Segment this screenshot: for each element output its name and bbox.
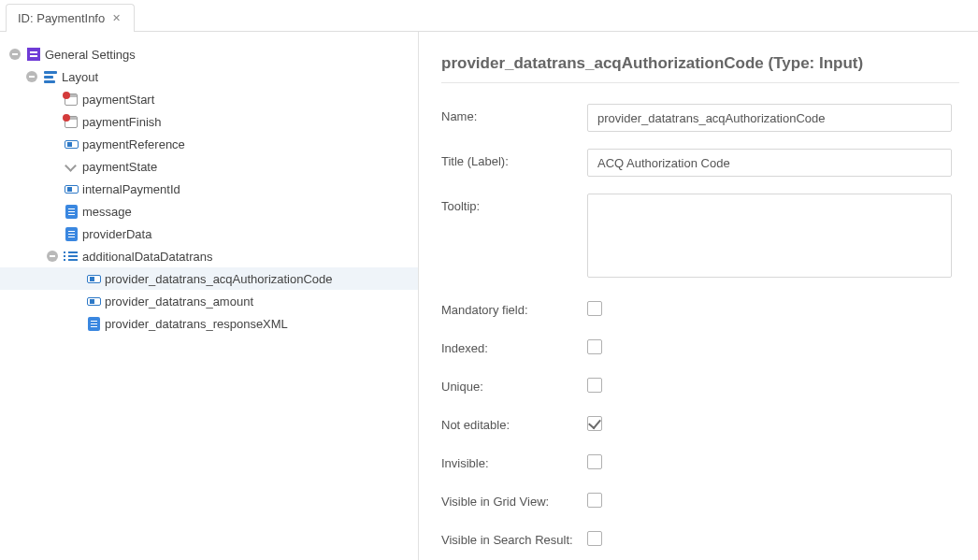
tree-label: message	[82, 205, 132, 219]
label-visible-grid: Visible in Grid View:	[441, 489, 587, 509]
tree-item[interactable]: paymentStart	[0, 88, 418, 110]
label-indexed: Indexed:	[441, 336, 587, 355]
tree-label: provider_datatrans_responseXML	[105, 317, 288, 331]
title-field[interactable]	[587, 149, 952, 177]
page-title: provider_datatrans_acqAuthorizationCode …	[441, 54, 959, 83]
tree-label: General Settings	[45, 48, 136, 62]
label-tooltip: Tooltip:	[441, 194, 587, 213]
settings-icon	[26, 47, 41, 62]
tree-label: additionalDataDatatrans	[82, 250, 212, 264]
collapse-icon[interactable]	[7, 47, 22, 62]
visible-grid-checkbox[interactable]	[587, 493, 602, 508]
text-icon	[86, 316, 101, 331]
tree-label: providerData	[82, 227, 151, 241]
mandatory-checkbox[interactable]	[587, 301, 602, 316]
tree-item[interactable]: message	[0, 200, 418, 223]
tree-item[interactable]: paymentReference	[0, 133, 418, 155]
tree-item[interactable]: provider_datatrans_amount	[0, 290, 418, 312]
tree-label: provider_datatrans_amount	[105, 294, 253, 309]
label-unique: Unique:	[441, 374, 587, 394]
chevron-down-icon	[64, 159, 79, 174]
tooltip-field[interactable]	[587, 194, 952, 278]
input-icon	[64, 136, 79, 151]
calendar-icon	[64, 114, 79, 129]
text-icon	[64, 204, 79, 219]
tree-item[interactable]: provider_datatrans_acqAuthorizationCode	[0, 267, 418, 290]
tree-label: paymentReference	[82, 137, 185, 151]
name-field[interactable]	[587, 104, 952, 132]
tree-label: paymentFinish	[82, 115, 162, 129]
tree-item[interactable]: internalPaymentId	[0, 178, 418, 200]
tree-label: internalPaymentId	[82, 182, 180, 196]
tree-general-settings[interactable]: General Settings	[0, 43, 418, 65]
unique-checkbox[interactable]	[587, 378, 602, 393]
tree-item[interactable]: paymentState	[0, 155, 418, 178]
collapse-icon[interactable]	[24, 69, 39, 84]
tree-item[interactable]: providerData	[0, 223, 418, 245]
indexed-checkbox[interactable]	[587, 339, 602, 354]
label-invisible: Invisible:	[441, 451, 587, 470]
text-icon	[64, 226, 79, 241]
tree-label: Layout	[62, 70, 98, 84]
tree-additional[interactable]: additionalDataDatatrans	[0, 245, 418, 267]
label-name: Name:	[441, 104, 587, 123]
input-icon	[64, 181, 79, 196]
not-editable-checkbox[interactable]	[587, 416, 602, 431]
list-icon	[64, 249, 79, 264]
close-icon[interactable]: ✕	[110, 12, 122, 24]
input-icon	[86, 271, 101, 286]
tree-label: paymentStart	[82, 93, 154, 107]
tree-panel: General Settings Layout paymentStartpaym…	[0, 32, 419, 560]
invisible-checkbox[interactable]	[587, 454, 602, 469]
layout-icon	[43, 69, 58, 84]
detail-panel: provider_datatrans_acqAuthorizationCode …	[419, 32, 978, 560]
tree-item[interactable]: provider_datatrans_responseXML	[0, 312, 418, 335]
tree-label: provider_datatrans_acqAuthorizationCode	[105, 272, 333, 286]
label-visible-search: Visible in Search Result:	[441, 527, 587, 547]
tree-layout[interactable]: Layout	[0, 65, 418, 88]
tab-bar: ID: PaymentInfo ✕	[0, 0, 978, 32]
tree-label: paymentState	[82, 160, 157, 174]
tab-paymentinfo[interactable]: ID: PaymentInfo ✕	[6, 4, 135, 32]
label-title: Title (Label):	[441, 149, 587, 168]
collapse-icon[interactable]	[45, 249, 60, 264]
label-mandatory: Mandatory field:	[441, 297, 587, 317]
visible-search-checkbox[interactable]	[587, 531, 602, 546]
tree-item[interactable]: paymentFinish	[0, 110, 418, 133]
tab-label: ID: PaymentInfo	[18, 11, 105, 25]
label-not-editable: Not editable:	[441, 412, 587, 432]
calendar-icon	[64, 92, 79, 107]
input-icon	[86, 294, 101, 309]
